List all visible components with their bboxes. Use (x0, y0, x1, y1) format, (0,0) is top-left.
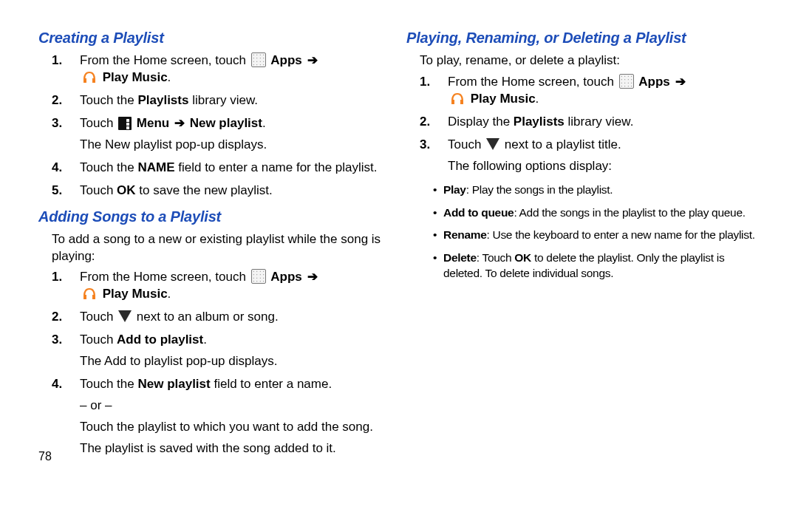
list-item: Play: Play the songs in the playlist. (433, 183, 764, 198)
step: 3. Touch Add to playlist. The Add to pla… (69, 332, 381, 370)
list-item: Delete: Touch OK to delete the playlist.… (433, 250, 764, 282)
apps-grid-icon (251, 269, 266, 284)
overflow-menu-icon (118, 117, 132, 130)
step: 4. Touch the NAME field to enter a name … (69, 160, 381, 177)
list-item: Rename: Use the keyboard to enter a new … (433, 228, 764, 243)
headphones-icon (81, 70, 98, 85)
arrow-icon: ➔ (307, 53, 318, 67)
intro-adding-songs: To add a song to a new or existing playl… (52, 231, 381, 265)
steps-play-rename-delete: 1. From the Home screen, touch Apps ➔ Pl… (437, 74, 764, 175)
steps-adding-songs: 1. From the Home screen, touch Apps ➔ Pl… (69, 269, 381, 457)
list-item: Add to queue: Add the songs in the playl… (433, 205, 764, 221)
step: 3. Touch next to a playlist title. The f… (437, 137, 764, 175)
playlist-options-list: Play: Play the songs in the playlist. Ad… (433, 183, 764, 282)
arrow-icon: ➔ (174, 116, 185, 130)
apps-grid-icon (251, 52, 266, 67)
step: 2. Display the Playlists library view. (437, 114, 764, 131)
step: 1. From the Home screen, touch Apps ➔ Pl… (437, 74, 764, 108)
apps-grid-icon (619, 74, 634, 89)
triangle-menu-icon (486, 138, 499, 150)
heading-adding-songs: Adding Songs to a Playlist (38, 207, 381, 227)
heading-creating-playlist: Creating a Playlist (38, 28, 381, 48)
headphones-icon (81, 287, 98, 301)
arrow-icon: ➔ (675, 75, 686, 89)
step: 2. Touch the Playlists library view. (69, 92, 381, 109)
arrow-icon: ➔ (307, 270, 318, 284)
page-number: 78 (38, 449, 52, 465)
headphones-icon (449, 92, 466, 106)
triangle-menu-icon (118, 310, 132, 322)
right-column: Playing, Renaming, or Deleting a Playlis… (399, 28, 782, 463)
heading-play-rename-delete: Playing, Renaming, or Deleting a Playlis… (406, 28, 764, 48)
left-column: Creating a Playlist 1. From the Home scr… (16, 28, 399, 463)
steps-creating-playlist: 1. From the Home screen, touch Apps ➔ Pl… (69, 52, 381, 200)
step: 5. Touch OK to save the new playlist. (69, 183, 381, 200)
step: 3. Touch Menu ➔ New playlist. The New pl… (69, 115, 381, 154)
step: 4. Touch the New playlist field to enter… (69, 376, 381, 457)
step: 1. From the Home screen, touch Apps ➔ Pl… (69, 269, 381, 303)
step: 2. Touch next to an album or song. (69, 309, 381, 326)
intro-play-rename-delete: To play, rename, or delete a playlist: (420, 52, 764, 69)
step: 1. From the Home screen, touch Apps ➔ Pl… (69, 52, 381, 86)
